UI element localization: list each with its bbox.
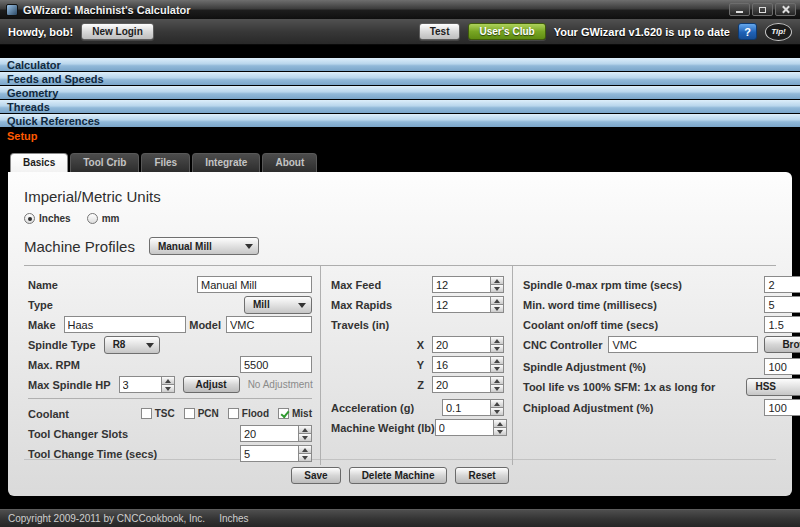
flood-checkbox[interactable]: Flood (228, 408, 269, 419)
spindle-time-row: Spindle 0-max rpm time (secs) (523, 276, 800, 293)
main-nav: Calculator Feeds and Speeds Geometry Thr… (0, 45, 800, 145)
up-arrow-icon (494, 339, 500, 343)
coolant-label: Coolant (28, 408, 141, 420)
max-rapids-input[interactable] (432, 296, 490, 313)
spin-up-button[interactable] (298, 425, 312, 434)
make-input[interactable] (64, 316, 186, 333)
spin-down-button[interactable] (493, 428, 507, 436)
down-arrow-icon (302, 436, 308, 440)
tab-tool-crib[interactable]: Tool Crib (70, 153, 139, 172)
spin-buttons (490, 336, 504, 353)
travel-y-input[interactable] (432, 356, 490, 373)
spin-up-button[interactable] (490, 376, 504, 385)
tab-basics[interactable]: Basics (10, 153, 68, 172)
tool-changer-slots-row: Tool Changer Slots (28, 425, 312, 442)
adjust-button[interactable]: Adjust (183, 376, 240, 393)
max-spindle-hp-input[interactable] (119, 376, 161, 393)
acceleration-input[interactable] (442, 399, 490, 416)
spin-up-button[interactable] (161, 376, 175, 385)
save-button[interactable]: Save (291, 467, 340, 484)
pcn-checkbox[interactable]: PCN (184, 408, 219, 419)
nav-item-geometry[interactable]: Geometry (0, 86, 800, 99)
spin-up-button[interactable] (490, 276, 504, 285)
basics-panel: Imperial/Metric Units Inches mm Machine … (8, 172, 792, 496)
spin-up-button[interactable] (490, 356, 504, 365)
chipload-adjustment-input[interactable] (764, 399, 800, 416)
min-word-time-row: Min. word time (millisecs) (523, 296, 800, 313)
type-dropdown[interactable]: Mill (244, 296, 312, 314)
spin-up-button[interactable] (490, 399, 504, 408)
max-rpm-input[interactable] (240, 356, 312, 373)
close-button[interactable] (775, 3, 796, 16)
help-button[interactable]: ? (738, 23, 757, 40)
mist-checkbox[interactable]: Mist (278, 408, 312, 419)
min-word-time-label: Min. word time (millisecs) (523, 299, 764, 311)
machine-profile-dropdown[interactable]: Manual Mill (149, 237, 259, 255)
spindle-type-dropdown[interactable]: R8 (104, 336, 160, 354)
checkbox-unchecked-icon (141, 408, 152, 419)
nav-item-feeds-and-speeds[interactable]: Feeds and Speeds (0, 72, 800, 85)
inches-radio[interactable]: Inches (24, 213, 71, 224)
spin-down-button[interactable] (490, 285, 504, 293)
form-column-right: Spindle 0-max rpm time (secs) Min. word … (512, 266, 800, 465)
reset-button[interactable]: Reset (455, 467, 508, 484)
down-arrow-icon (497, 430, 503, 434)
travel-z-input[interactable] (432, 376, 490, 393)
spin-down-button[interactable] (490, 365, 504, 373)
users-club-button[interactable]: User's Club (468, 23, 545, 40)
spin-down-button[interactable] (490, 385, 504, 393)
dropdown-arrow-icon (245, 244, 253, 253)
spin-down-button[interactable] (490, 345, 504, 353)
spin-down-button[interactable] (298, 434, 312, 442)
machine-weight-input[interactable] (435, 419, 493, 436)
statusbar: Copyright 2009-2011 by CNCCookbook, Inc.… (0, 509, 800, 527)
tool-changer-slots-spinner (240, 425, 312, 442)
cnc-controller-input[interactable] (608, 336, 758, 353)
max-spindle-hp-label: Max Spindle HP (28, 379, 111, 391)
profiles-heading: Machine Profiles (24, 238, 135, 255)
test-button[interactable]: Test (419, 23, 461, 40)
down-arrow-icon (494, 287, 500, 291)
max-feed-input[interactable] (432, 276, 490, 293)
travel-x-input[interactable] (432, 336, 490, 353)
tab-files[interactable]: Files (141, 153, 190, 172)
spindle-time-input[interactable] (764, 276, 800, 293)
tab-integrate[interactable]: Integrate (192, 153, 260, 172)
new-login-button[interactable]: New Login (81, 23, 154, 40)
nav-item-setup[interactable]: Setup (0, 128, 800, 144)
type-label: Type (28, 299, 244, 311)
spin-down-button[interactable] (490, 305, 504, 313)
min-word-time-input[interactable] (764, 296, 800, 313)
coolant-time-input[interactable] (764, 316, 800, 333)
nav-item-calculator[interactable]: Calculator (0, 58, 800, 71)
nav-item-threads[interactable]: Threads (0, 100, 800, 113)
mm-radio[interactable]: mm (87, 213, 120, 224)
mm-radio-label: mm (102, 213, 120, 224)
maximize-button[interactable] (752, 3, 773, 16)
spin-up-button[interactable] (490, 336, 504, 345)
spin-up-button[interactable] (298, 445, 312, 454)
spin-up-button[interactable] (490, 296, 504, 305)
spin-down-button[interactable] (490, 408, 504, 416)
browse-button[interactable]: Browse (764, 336, 800, 353)
min-word-time-spinner (764, 296, 800, 313)
tsc-checkbox[interactable]: TSC (141, 408, 175, 419)
spindle-adjustment-input[interactable] (764, 358, 800, 375)
nav-item-quick-references[interactable]: Quick References (0, 114, 800, 127)
tool-life-dropdown[interactable]: HSS (746, 378, 800, 396)
delete-machine-button[interactable]: Delete Machine (349, 467, 448, 484)
tip-badge[interactable]: Tip! (765, 23, 792, 41)
spin-up-button[interactable] (493, 419, 507, 428)
spin-down-button[interactable] (298, 454, 312, 462)
tool-changer-slots-input[interactable] (240, 425, 298, 442)
dropdown-arrow-icon (146, 343, 154, 352)
y-label: Y (417, 359, 424, 371)
type-dropdown-value: Mill (253, 299, 290, 310)
model-input[interactable] (226, 316, 312, 333)
travel-z-spinner (432, 376, 504, 393)
minimize-button[interactable] (729, 3, 750, 16)
max-spindle-hp-spinner (119, 376, 175, 393)
tab-about[interactable]: About (262, 153, 317, 172)
machine-name-input[interactable] (197, 276, 312, 293)
spin-down-button[interactable] (161, 385, 175, 393)
